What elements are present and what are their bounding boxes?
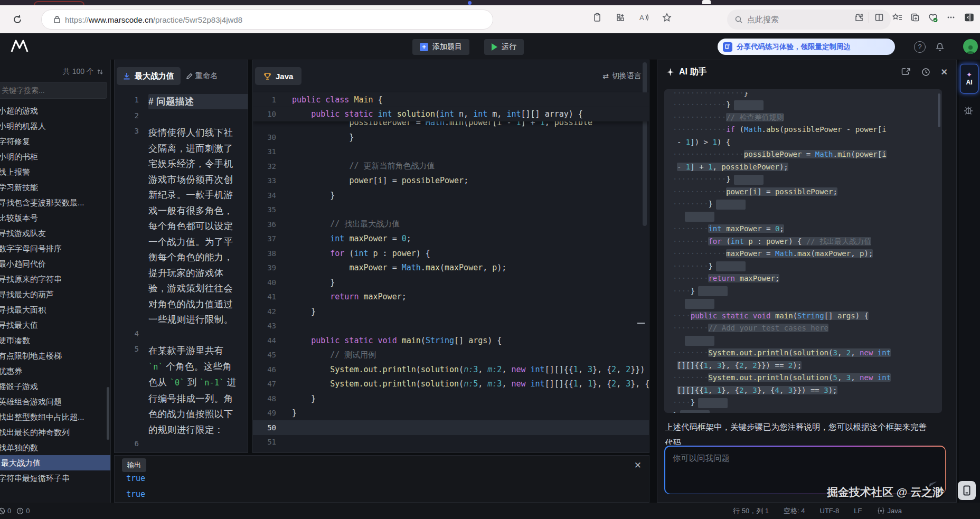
code-line[interactable]: 42 } [253, 304, 649, 319]
problem-list-item[interactable]: 学习新技能 [0, 180, 110, 195]
warnings-indicator[interactable]: 0 [16, 507, 30, 515]
code-line[interactable]: 39 maxPower = Math.max(maxPower, p); [253, 261, 649, 276]
code-line[interactable]: 31 [253, 145, 649, 159]
problem-search-box[interactable] [0, 82, 107, 99]
problem-tab[interactable]: 最大战力值 [117, 67, 181, 85]
code-line[interactable]: 38 for (int p : power) { [253, 246, 649, 261]
mobile-view-button[interactable] [958, 481, 976, 500]
code-line[interactable]: 47 System.out.println(solution(n:5, m:3,… [253, 377, 649, 392]
problem-list-item[interactable]: 寻找包含斐波那契数最... [0, 195, 110, 210]
code-line[interactable]: 36 // 找出最大战力值 [253, 217, 649, 232]
problem-search-input[interactable] [0, 86, 107, 95]
favorite-star-icon[interactable] [659, 10, 675, 25]
ai-assistant-toggle-button[interactable]: ✦ AI [960, 64, 978, 93]
browser-essentials-icon[interactable] [925, 10, 941, 25]
code-line[interactable]: 32 // 更新当前角色战力值 [253, 159, 649, 174]
sort-icon[interactable] [97, 69, 103, 75]
language-tab-java[interactable]: Java [255, 67, 301, 85]
code-line[interactable]: 51 [253, 435, 649, 450]
code-line[interactable]: 34 } [253, 188, 649, 203]
problem-list-item[interactable]: 优惠券 [0, 363, 110, 379]
problem-list-item[interactable]: 字符串最短循环子串 [0, 470, 110, 486]
help-icon[interactable]: ? [914, 41, 926, 53]
problem-list-item[interactable]: 最大战力值 [0, 455, 110, 470]
language-mode[interactable]: Java [877, 507, 902, 515]
problem-list-item[interactable]: 找单独的数 [0, 440, 110, 455]
notifications-bell-icon[interactable] [935, 41, 945, 52]
problem-list-item[interactable]: 小明的机器人 [0, 118, 110, 134]
code-line[interactable]: 49} [253, 406, 649, 421]
code-line[interactable]: 30 } [253, 130, 649, 145]
run-button[interactable]: 运行 [484, 39, 524, 55]
code-editor-body[interactable]: 1public class Main {10 public static int… [253, 92, 649, 449]
problem-list-item[interactable]: 找出最长的神奇数列 [0, 424, 110, 440]
extensions-icon[interactable] [851, 10, 866, 25]
switch-language-button[interactable]: ⇄ 切换语言 [602, 71, 642, 81]
code-line[interactable]: 50 [253, 420, 649, 435]
collections-icon[interactable] [907, 10, 923, 25]
code-line[interactable]: 48 } [253, 391, 649, 406]
errors-indicator[interactable]: 0 [0, 507, 11, 515]
read-aloud-icon[interactable]: A [636, 10, 652, 25]
eol[interactable]: LF [854, 507, 862, 515]
code-line[interactable]: 43 [253, 319, 649, 334]
apps-grid-icon[interactable] [612, 10, 628, 25]
code-line[interactable]: 44 public static void main(String[] args… [253, 333, 649, 348]
url-bar[interactable]: https://www.marscode.cn/practice/5wr52p8… [41, 10, 493, 30]
problem-list-item[interactable]: 小明的书柜 [0, 149, 110, 164]
problem-list-item[interactable]: 寻找最大面积 [0, 302, 110, 317]
output-close-icon[interactable]: ✕ [634, 460, 642, 471]
output-content[interactable]: truetrue [115, 470, 649, 502]
problem-list-item[interactable]: 寻找原来的字符串 [0, 271, 110, 287]
editor-scrollbar[interactable] [643, 62, 647, 226]
problem-list-item[interactable]: 摇骰子游戏 [0, 379, 110, 394]
code-line[interactable]: 46 System.out.println(solution(n:3, m:2,… [253, 362, 649, 377]
browser-menu-icon[interactable] [943, 10, 959, 25]
promo-banner[interactable]: 分享代码练习体验，领限量定制周边 [718, 39, 895, 55]
rename-button[interactable]: 重命名 [186, 71, 218, 81]
problem-list-item[interactable]: 数字字母问号排序 [0, 241, 110, 256]
problem-description-body[interactable]: 1# 问题描述23疫情使得人们线下社交隔离，进而刺激了宅娱乐经济，令手机游戏市场… [115, 94, 248, 453]
code-line[interactable]: 35 [253, 203, 649, 218]
problem-list-item[interactable]: 寻找最大值 [0, 317, 110, 333]
code-line[interactable]: 33 power[i] = possiblePower; [253, 174, 649, 188]
code-line[interactable]: 45 // 测试用例 [253, 348, 649, 363]
problem-list-item[interactable]: 有点限制地走楼梯 [0, 348, 110, 363]
lock-icon[interactable] [49, 12, 65, 27]
ai-panel-close-icon[interactable]: ✕ [941, 67, 948, 77]
problem-list-item[interactable]: 找出整型数组中占比超... [0, 409, 110, 424]
user-avatar[interactable] [963, 39, 978, 54]
problem-list-item[interactable]: 英雄组合游戏问题 [0, 394, 110, 409]
code-line[interactable]: 41 return maxPower; [253, 290, 649, 305]
refresh-icon[interactable] [10, 12, 25, 27]
clipboard-icon[interactable] [589, 10, 605, 25]
active-tab-fragment[interactable] [702, 0, 711, 4]
code-line[interactable]: 40 } [253, 275, 649, 290]
code-line[interactable]: possiblePower = Math.min(power[i - 1] + … [253, 121, 649, 130]
marscode-logo[interactable] [11, 39, 29, 53]
code-line[interactable]: 1public class Main { [253, 92, 649, 107]
problem-list-item[interactable]: 小超的游戏 [0, 103, 110, 118]
sidebar-scrollbar[interactable] [107, 387, 109, 440]
favorites-bar-icon[interactable] [889, 10, 905, 25]
ai-code-block[interactable]: ················}············}··········… [664, 89, 942, 413]
problem-list-item[interactable]: 比较版本号 [0, 210, 110, 225]
problem-list-item[interactable]: 硬币凑数 [0, 333, 110, 348]
export-chat-icon[interactable] [901, 68, 911, 76]
sidebar-toggle-icon[interactable] [961, 10, 977, 25]
problem-list-item[interactable]: 字符修复 [0, 134, 110, 149]
code-line[interactable]: 37 int maxPower = 0; [253, 232, 649, 247]
url-text[interactable]: https://www.marscode.cn/practice/5wr52p8… [65, 15, 242, 24]
history-icon[interactable] [921, 68, 930, 77]
code-line[interactable]: 10 public static int solution(int n, int… [253, 107, 649, 122]
problem-list-item[interactable]: 最小趋同代价 [0, 256, 110, 271]
split-screen-icon[interactable] [871, 10, 887, 25]
add-problem-button[interactable]: + 添加题目 [412, 39, 469, 55]
indentation[interactable]: 空格: 4 [784, 506, 805, 516]
debug-bug-icon[interactable] [963, 105, 974, 116]
ai-card-scrollbar[interactable] [938, 93, 940, 127]
encoding[interactable]: UTF-8 [820, 507, 840, 515]
problem-list-item[interactable]: 寻找最大的葫芦 [0, 287, 110, 302]
problem-list-item[interactable]: 线上报警 [0, 164, 110, 180]
problem-list-item[interactable]: 寻找游戏队友 [0, 225, 110, 241]
